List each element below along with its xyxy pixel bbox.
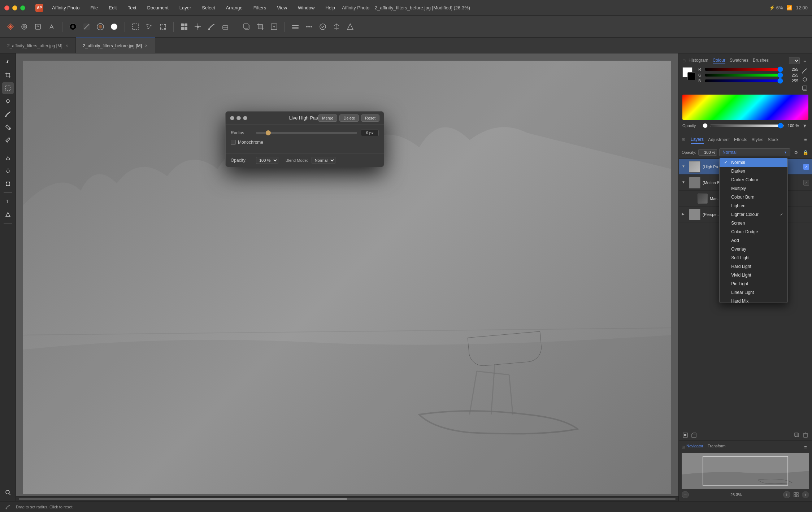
more-btn[interactable] [303,21,315,33]
menu-text[interactable]: Text [126,4,139,11]
blend-option-colour-burn[interactable]: Colour Burn [720,193,787,201]
layers-gear-btn[interactable]: ⚙ [793,149,800,156]
layer-toggle-motionblur[interactable]: ▼ [682,180,687,185]
extra-btn-1[interactable] [317,21,329,33]
dialog-maximize[interactable] [243,116,247,120]
colour-panel-menu[interactable]: ≡ [801,57,808,64]
add-group-layer-btn[interactable] [690,431,698,439]
menu-window[interactable]: Window [296,4,317,11]
text-tool[interactable]: T [2,196,14,207]
brush-settings-btn[interactable] [205,21,218,33]
red-slider[interactable] [705,68,783,71]
blend-menu-scroll[interactable]: ✓ Normal Darken Darker Colour [720,158,787,303]
menu-filters[interactable]: Filters [251,4,268,11]
blend-option-soft-light[interactable]: Soft Light [720,253,787,262]
blend-option-hard-mix[interactable]: Hard Mix [720,297,787,303]
colour-gradient-bar[interactable] [682,95,808,120]
blend-option-hard-light[interactable]: Hard Light [720,262,787,271]
menu-affinity-photo[interactable]: Affinity Photo [50,4,82,11]
blend-option-overlay[interactable]: Overlay [720,245,787,253]
colour-model-select[interactable]: RGB [789,57,800,64]
eraser-btn[interactable] [219,21,231,33]
blend-option-screen[interactable]: Screen [720,219,787,227]
tab-after[interactable]: 2_affinity_filters_before.jpg [M] ✕ [76,38,155,53]
canvas-area[interactable]: Live High Pass Merge Delete Reset Radius… [16,53,678,501]
maximize-button[interactable] [20,5,25,10]
navigator-tab[interactable]: Navigator [686,444,703,448]
tab-after-close[interactable]: ✕ [145,44,148,48]
layer-toggle-highpass[interactable]: ▼ [682,164,687,169]
white-balance-btn[interactable] [108,21,120,33]
menu-file[interactable]: File [88,4,100,11]
zoom-add-btn[interactable]: + [802,491,809,498]
layers-tab-effects[interactable]: Effects [734,136,747,144]
blur-tool[interactable] [2,165,14,177]
green-slider[interactable] [705,74,783,77]
eyedropper-tool[interactable] [2,134,14,146]
tab-before-close[interactable]: ✕ [65,44,68,48]
colour-wheel-btn[interactable] [67,21,79,33]
eyedropper-icon[interactable] [801,76,808,83]
layers-tab-stock[interactable]: Stock [768,136,778,144]
menu-layer[interactable]: Layer [177,4,194,11]
blend-option-darken[interactable]: Darken [720,167,787,175]
layers-opacity-input[interactable]: 100 % [698,149,717,156]
extra-btn-3[interactable] [344,21,356,33]
colour-picker-icon[interactable] [801,67,808,74]
layers-panel-menu[interactable]: ≡ [802,136,809,143]
swatches-tab[interactable]: Swatches [730,58,748,64]
menu-help[interactable]: Help [323,4,337,11]
close-button[interactable] [4,5,9,10]
blend-option-lighter-colour[interactable]: Lighter Colour ✓ [720,210,787,219]
view-mode-btn[interactable] [178,21,190,33]
scrollbar-thumb[interactable] [150,498,347,500]
extra-btn-2[interactable] [330,21,343,33]
export-persona-btn[interactable] [45,21,58,33]
layers-tab-adjustment[interactable]: Adjustment [708,136,730,144]
opacity-select[interactable]: 100 % [256,157,278,164]
shape-tool[interactable] [2,209,14,220]
rect-select-btn[interactable] [129,21,142,33]
transform-btn[interactable] [157,21,169,33]
blend-option-multiply[interactable]: Multiply [720,184,787,193]
blend-option-add[interactable]: Add [720,236,787,245]
layers-tab-styles[interactable]: Styles [752,136,764,144]
blend-option-normal[interactable]: ✓ Normal [720,158,787,167]
radius-slider[interactable] [256,132,357,134]
dialog-close[interactable] [230,116,234,120]
menu-view[interactable]: View [275,4,289,11]
reset-button[interactable]: Reset [361,114,379,122]
layers-lock-btn[interactable]: 🔒 [802,149,809,156]
menu-edit[interactable]: Edit [107,4,119,11]
layer-delete-btn[interactable] [802,431,809,439]
menu-document[interactable]: Document [145,4,171,11]
add-pixel-layer-btn[interactable] [682,431,689,439]
horizontal-scrollbar[interactable] [16,496,678,501]
opacity-dropdown-btn[interactable]: ▼ [801,122,808,129]
merge-button[interactable]: Merge [318,114,337,122]
tab-before[interactable]: 2_affinity_filters_after.jpg [M] ✕ [0,38,76,53]
snap-btn[interactable] [192,21,204,33]
delete-button[interactable]: Delete [339,114,359,122]
blend-mode-select[interactable]: Normal [312,157,335,164]
monochrome-checkbox[interactable] [231,140,236,145]
zoom-to-fit-btn[interactable] [793,491,800,498]
blend-option-vivid-light[interactable]: Vivid Light [720,271,787,279]
hsl-btn[interactable] [94,21,107,33]
colour-tab[interactable]: Colour [713,58,725,64]
transform-tab[interactable]: Transform [708,444,726,448]
zoom-out-btn[interactable]: − [682,491,689,498]
layer-toggle-perspective[interactable]: ▶ [682,212,687,217]
minimize-button[interactable] [12,5,17,10]
free-select-btn[interactable] [143,21,155,33]
crop-btn[interactable] [254,21,266,33]
menu-select[interactable]: Select [200,4,217,11]
arrange-btn[interactable] [289,21,301,33]
histogram-tab[interactable]: Histogram [689,58,708,64]
blue-slider[interactable] [705,79,783,82]
blend-mode-button[interactable]: Normal ▼ [719,148,790,156]
dodge-tool[interactable] [2,152,14,164]
fill-mode-icon[interactable] [801,84,808,92]
photo-persona-btn[interactable] [4,21,17,33]
zoom-in-btn[interactable]: + [783,491,790,498]
